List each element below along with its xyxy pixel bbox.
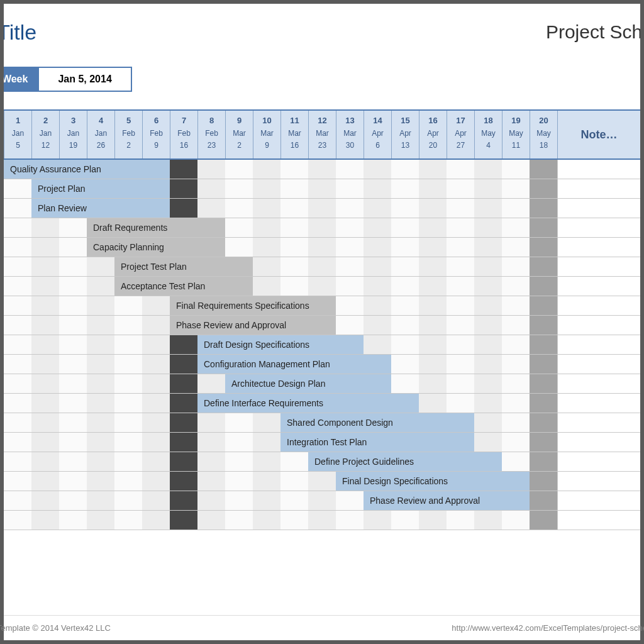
gantt-cell[interactable] (4, 433, 31, 452)
gantt-cell[interactable] (197, 257, 225, 276)
gantt-cell[interactable] (280, 277, 308, 296)
gantt-cell[interactable] (419, 394, 447, 413)
gantt-cell[interactable] (225, 355, 253, 374)
gantt-cell[interactable] (31, 374, 59, 393)
gantt-cell[interactable] (364, 335, 391, 354)
gantt-cell[interactable] (59, 394, 87, 413)
gantt-cell[interactable] (142, 374, 170, 393)
gantt-cell[interactable] (4, 257, 31, 276)
gantt-cell[interactable] (419, 296, 447, 315)
gantt-cell[interactable] (502, 257, 530, 276)
gantt-cell[interactable] (391, 160, 419, 179)
gantt-cell[interactable] (197, 374, 225, 393)
gantt-cell[interactable] (142, 199, 170, 218)
gantt-cell[interactable] (364, 179, 391, 198)
gantt-cell[interactable] (336, 472, 364, 491)
gantt-cell[interactable] (170, 413, 197, 432)
gantt-cell[interactable] (391, 452, 419, 471)
gantt-cell[interactable] (502, 355, 530, 374)
gantt-cell[interactable] (280, 218, 308, 237)
gantt-cell[interactable] (225, 316, 253, 335)
gantt-cell[interactable] (474, 491, 502, 510)
gantt-cell[interactable] (474, 179, 502, 198)
notes-cell[interactable] (557, 355, 640, 374)
gantt-cell[interactable] (59, 433, 87, 452)
gantt-cell[interactable] (474, 511, 502, 530)
gantt-cell[interactable] (336, 335, 364, 354)
gantt-cell[interactable] (474, 413, 502, 432)
gantt-cell[interactable] (253, 316, 280, 335)
gantt-cell[interactable] (474, 257, 502, 276)
gantt-cell[interactable] (114, 335, 142, 354)
gantt-cell[interactable] (280, 316, 308, 335)
gantt-cell[interactable] (391, 433, 419, 452)
gantt-cell[interactable] (170, 179, 197, 198)
gantt-cell[interactable] (391, 491, 419, 510)
gantt-cell[interactable] (114, 491, 142, 510)
gantt-cell[interactable] (225, 277, 253, 296)
gantt-cell[interactable] (502, 511, 530, 530)
gantt-cell[interactable] (530, 179, 557, 198)
gantt-cell[interactable] (170, 199, 197, 218)
gantt-cell[interactable] (197, 218, 225, 237)
notes-cell[interactable] (557, 257, 640, 276)
gantt-cell[interactable] (447, 257, 474, 276)
gantt-cell[interactable] (530, 296, 557, 315)
gantt-cell[interactable] (31, 238, 59, 257)
gantt-cell[interactable] (280, 199, 308, 218)
gantt-cell[interactable] (31, 472, 59, 491)
gantt-cell[interactable] (474, 452, 502, 471)
notes-cell[interactable] (557, 374, 640, 393)
gantt-cell[interactable] (364, 433, 391, 452)
gantt-cell[interactable] (364, 316, 391, 335)
gantt-cell[interactable] (419, 277, 447, 296)
gantt-cell[interactable] (280, 413, 308, 432)
gantt-cell[interactable] (308, 511, 336, 530)
gantt-cell[interactable] (419, 257, 447, 276)
gantt-cell[interactable] (447, 413, 474, 432)
gantt-cell[interactable] (308, 374, 336, 393)
notes-cell[interactable] (557, 296, 640, 315)
gantt-cell[interactable] (474, 394, 502, 413)
gantt-cell[interactable] (447, 316, 474, 335)
gantt-cell[interactable] (114, 511, 142, 530)
gantt-cell[interactable] (142, 218, 170, 237)
gantt-cell[interactable] (530, 472, 557, 491)
gantt-cell[interactable] (530, 277, 557, 296)
gantt-cell[interactable] (308, 179, 336, 198)
gantt-cell[interactable] (364, 277, 391, 296)
gantt-cell[interactable] (447, 433, 474, 452)
gantt-cell[interactable] (59, 374, 87, 393)
gantt-cell[interactable] (142, 394, 170, 413)
gantt-cell[interactable] (253, 472, 280, 491)
gantt-cell[interactable] (170, 335, 197, 354)
gantt-cell[interactable] (530, 257, 557, 276)
gantt-cell[interactable] (114, 394, 142, 413)
gantt-cell[interactable] (87, 374, 114, 393)
gantt-cell[interactable] (391, 199, 419, 218)
gantt-cell[interactable] (419, 179, 447, 198)
gantt-cell[interactable] (530, 160, 557, 179)
gantt-cell[interactable] (31, 394, 59, 413)
gantt-cell[interactable] (225, 179, 253, 198)
gantt-cell[interactable] (391, 257, 419, 276)
gantt-cell[interactable] (59, 413, 87, 432)
gantt-cell[interactable] (225, 374, 253, 393)
gantt-cell[interactable] (336, 316, 364, 335)
gantt-cell[interactable] (280, 433, 308, 452)
gantt-cell[interactable] (336, 238, 364, 257)
gantt-cell[interactable] (59, 511, 87, 530)
gantt-cell[interactable] (364, 413, 391, 432)
gantt-cell[interactable] (4, 218, 31, 237)
gantt-cell[interactable] (308, 199, 336, 218)
gantt-cell[interactable] (4, 394, 31, 413)
gantt-cell[interactable] (280, 511, 308, 530)
gantt-cell[interactable] (197, 394, 225, 413)
gantt-cell[interactable] (391, 355, 419, 374)
gantt-cell[interactable] (225, 335, 253, 354)
gantt-cell[interactable] (474, 316, 502, 335)
gantt-cell[interactable] (114, 316, 142, 335)
gantt-cell[interactable] (502, 413, 530, 432)
gantt-cell[interactable] (253, 394, 280, 413)
gantt-cell[interactable] (87, 394, 114, 413)
